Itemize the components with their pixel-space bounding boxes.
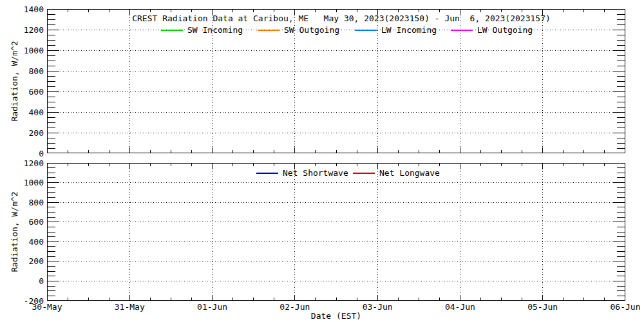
y-tick-label: 0 [0, 277, 44, 285]
x-tick-mark [357, 298, 357, 300]
y-tick-mark [48, 45, 55, 46]
x-tick-label: 02-Jun [269, 303, 321, 311]
y-tick-mark [617, 66, 625, 66]
x-tick-mark [460, 147, 460, 153]
y-tick-mark [617, 76, 625, 77]
y-tick-mark [617, 40, 625, 41]
x-tick-mark [315, 10, 316, 12]
x-tick-mark [171, 298, 171, 300]
y-tick-label: 400 [0, 108, 44, 117]
y-tick-mark [48, 76, 55, 77]
x-tick-mark [150, 298, 151, 300]
y-tick-mark [617, 246, 625, 247]
y-tick-mark [48, 187, 55, 188]
x-tick-mark [315, 298, 316, 300]
x-tick-mark [501, 298, 502, 300]
y-tick-mark [617, 128, 625, 128]
x-tick-mark [191, 10, 192, 12]
y-tick-mark [617, 197, 625, 198]
y-tick-mark [48, 236, 55, 237]
y-tick-mark [617, 296, 625, 296]
x-tick-mark [501, 10, 502, 12]
y-tick-mark [613, 182, 625, 183]
y-tick-mark [613, 202, 625, 203]
x-tick-mark [294, 10, 295, 15]
gridline-vertical [212, 164, 213, 300]
y-tick-mark [48, 133, 59, 133]
gridline-horizontal [48, 91, 625, 92]
y-tick-mark [617, 45, 625, 46]
y-tick-mark [617, 61, 625, 61]
y-tick-mark [48, 61, 55, 61]
x-tick-mark [336, 150, 337, 153]
legend-label-net-longwave: Net Longwave [379, 169, 440, 178]
gridline-vertical [294, 164, 295, 300]
y-tick-mark [617, 236, 625, 237]
x-tick-mark [604, 10, 605, 12]
x-tick-mark [522, 164, 522, 166]
gridline-horizontal [48, 50, 625, 51]
legend-label-sw-outgoing: SW Outgoing [284, 26, 339, 35]
x-axis-title: Date (EST) [311, 311, 361, 321]
y-tick-mark [48, 91, 59, 92]
y-tick-mark [617, 207, 625, 207]
legend-label-sw-incoming: SW Incoming [187, 26, 243, 35]
y-tick-mark [617, 212, 625, 213]
legend-swatch-net-shortwave [256, 173, 278, 174]
x-tick-mark [357, 150, 357, 153]
x-tick-mark [522, 298, 522, 300]
x-tick-mark [191, 298, 192, 300]
x-tick-mark [191, 150, 192, 153]
x-tick-mark [232, 150, 233, 153]
x-tick-mark [212, 10, 213, 15]
x-tick-mark [109, 10, 109, 12]
x-tick-mark [232, 164, 233, 166]
x-tick-mark [88, 10, 89, 12]
x-tick-mark [88, 164, 89, 166]
gridline-vertical [129, 10, 130, 153]
x-tick-mark [480, 10, 481, 12]
y-tick-label: 800 [0, 67, 44, 75]
x-tick-mark [563, 298, 564, 300]
x-tick-mark [294, 164, 295, 169]
x-tick-mark [398, 10, 399, 12]
x-tick-mark [253, 10, 254, 12]
gridline-vertical [377, 164, 378, 300]
y-tick-label: 200 [0, 129, 44, 137]
gridline-vertical [294, 10, 295, 153]
y-tick-mark [617, 192, 625, 193]
x-tick-label: 05-Jun [517, 303, 569, 311]
y-tick-mark [48, 182, 59, 183]
y-tick-mark [617, 122, 625, 123]
x-tick-mark [604, 298, 605, 300]
y-tick-mark [48, 271, 55, 272]
x-tick-mark [88, 298, 89, 300]
y-tick-mark [617, 19, 625, 20]
gridline-horizontal [48, 242, 625, 242]
y-tick-mark [617, 24, 625, 25]
y-tick-mark [48, 30, 59, 30]
x-tick-label: 01-Jun [187, 303, 238, 311]
y-tick-mark [613, 281, 625, 281]
x-tick-mark [315, 164, 316, 166]
gridline-horizontal [48, 281, 625, 281]
y-tick-mark [48, 35, 55, 35]
gridline-vertical [460, 10, 460, 153]
y-tick-label: 1400 [0, 5, 44, 14]
x-tick-mark [583, 10, 584, 12]
x-tick-mark [109, 164, 109, 166]
y-tick-mark [617, 276, 625, 276]
x-tick-mark [336, 164, 337, 166]
radiation-figure: CREST Radiation Data at Caribou, ME May … [0, 0, 644, 322]
y-tick-mark [48, 81, 55, 82]
y-tick-mark [617, 81, 625, 82]
gridline-horizontal [48, 202, 625, 203]
y-tick-mark [48, 246, 55, 247]
x-tick-mark [253, 298, 254, 300]
y-tick-mark [48, 148, 55, 149]
gridline-horizontal [48, 30, 625, 30]
y-tick-mark [613, 222, 625, 222]
x-tick-mark [171, 150, 171, 153]
y-tick-mark [48, 212, 55, 213]
y-tick-mark [617, 232, 625, 232]
